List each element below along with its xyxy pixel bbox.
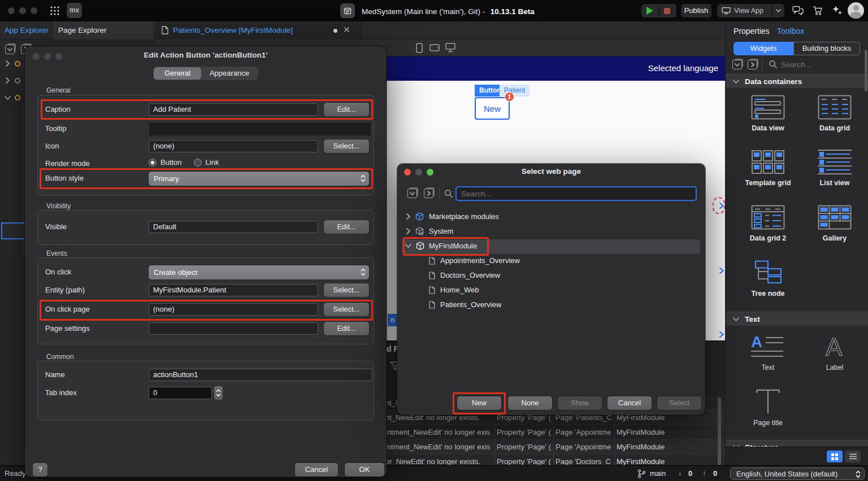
- toolbox-widget-label[interactable]: A Label: [804, 333, 866, 371]
- tree-item[interactable]: [6, 77, 20, 84]
- ai-sparkles-icon[interactable]: [832, 5, 843, 16]
- tablet-view-icon[interactable]: [429, 44, 440, 51]
- button-style-value: Primary: [154, 174, 179, 183]
- toolbox-widget-page-title[interactable]: Page title: [737, 388, 799, 427]
- radio-link[interactable]: [194, 159, 202, 167]
- tab-app-explorer[interactable]: App Explorer: [5, 26, 49, 34]
- tab-index-stepper[interactable]: [214, 386, 223, 400]
- view-app-dropdown[interactable]: [772, 4, 784, 18]
- cancel-button[interactable]: Cancel: [607, 396, 652, 410]
- toolbox-widget-text[interactable]: A Text: [737, 333, 799, 371]
- section-header-data-containers[interactable]: Data containers: [726, 74, 868, 89]
- view-app-button[interactable]: View App: [717, 4, 771, 18]
- mx-app-icon[interactable]: mx: [67, 3, 82, 18]
- tree-selection-highlight[interactable]: [1, 222, 27, 239]
- button-style-select[interactable]: Primary: [149, 172, 369, 186]
- tooltip-input[interactable]: [149, 122, 371, 136]
- page-settings-edit-button[interactable]: Edit...: [324, 322, 369, 335]
- tree-item[interactable]: [5, 95, 20, 100]
- new-button[interactable]: New: [457, 396, 501, 410]
- incoming-count[interactable]: 0: [688, 469, 692, 478]
- document-tab[interactable]: Patients_Overview [MyFirstModule]: [156, 21, 362, 40]
- tree-item-appointments-overview[interactable]: Appointments_Overview: [429, 256, 520, 265]
- help-button[interactable]: ?: [33, 463, 47, 476]
- toolbox-widget-tree-node[interactable]: Tree node: [737, 260, 799, 298]
- tab-toolbox[interactable]: Toolbox: [777, 27, 804, 36]
- branch-name[interactable]: main: [650, 469, 666, 478]
- tree-item[interactable]: [6, 60, 20, 67]
- tab-index-input[interactable]: 0: [149, 387, 212, 399]
- caption-input[interactable]: Add Patient: [149, 103, 318, 116]
- error-message: intment_NewEdit' no longer exis: [385, 440, 492, 454]
- row-chevron-icon[interactable]: [719, 331, 724, 338]
- toolbox-widget-data-grid-2[interactable]: Data grid 2: [737, 205, 799, 242]
- errors-scrollbar[interactable]: [718, 397, 721, 465]
- outgoing-count[interactable]: 0: [713, 469, 717, 478]
- none-button[interactable]: None: [508, 396, 552, 410]
- cancel-button[interactable]: Cancel: [295, 463, 338, 476]
- expand-all-icon[interactable]: [748, 60, 757, 69]
- tree-item-myfirstmodule-selected[interactable]: MyFirstModule: [402, 239, 700, 254]
- row-chevron-icon[interactable]: [719, 267, 724, 274]
- page-search-input[interactable]: [455, 186, 697, 201]
- section-header-text[interactable]: Text: [726, 312, 868, 326]
- toolbox-widget-list-view[interactable]: List view: [804, 150, 866, 187]
- caption-edit-button[interactable]: Edit...: [324, 103, 369, 116]
- toolbox-widget-data-grid[interactable]: Data grid: [804, 95, 866, 132]
- collapse-all-icon[interactable]: [5, 45, 15, 54]
- visible-edit-button[interactable]: Edit...: [324, 220, 369, 234]
- page-settings-input[interactable]: [149, 322, 318, 335]
- phone-view-icon[interactable]: [416, 43, 423, 53]
- toolbox-search-input[interactable]: [781, 58, 854, 71]
- visible-input[interactable]: Default: [149, 221, 318, 233]
- ok-button[interactable]: OK: [345, 463, 384, 476]
- selected-button-widget[interactable]: New: [475, 97, 510, 120]
- show-button[interactable]: Show: [558, 396, 602, 410]
- language-select[interactable]: English, United States (default): [730, 467, 865, 480]
- on-click-page-select-button[interactable]: Select...: [324, 303, 369, 316]
- window-close-button[interactable]: [8, 7, 15, 14]
- grid-view-button[interactable]: [827, 451, 843, 462]
- row-chevron-icon[interactable]: [719, 202, 724, 209]
- tree-item-system[interactable]: System: [406, 227, 453, 235]
- segment-building-blocks[interactable]: Building blocks: [793, 42, 860, 55]
- entity-select-button[interactable]: Select...: [324, 283, 369, 297]
- on-click-page-input[interactable]: (none): [149, 303, 318, 316]
- panel-scrollbar[interactable]: [865, 50, 867, 91]
- marketplace-cart-icon[interactable]: [813, 6, 823, 16]
- tree-item-home-web[interactable]: Home_Web: [429, 286, 479, 294]
- tree-item-marketplace-modules[interactable]: Marketplace modules: [406, 212, 499, 221]
- tree-item-patients-overview[interactable]: Patients_Overview: [429, 300, 501, 309]
- run-button[interactable]: [646, 7, 653, 15]
- radio-button-selected[interactable]: [149, 159, 157, 167]
- branch-icon: [637, 469, 646, 478]
- toolbox-widget-template-grid[interactable]: Template grid: [737, 150, 799, 187]
- select-button[interactable]: Select: [657, 396, 701, 410]
- tree-item-doctors-overview[interactable]: Doctors_Overview: [429, 271, 500, 279]
- stop-button[interactable]: [664, 8, 670, 14]
- window-zoom-button[interactable]: [31, 7, 37, 14]
- collapse-all-icon[interactable]: [732, 60, 742, 69]
- avatar[interactable]: [848, 2, 864, 19]
- feedback-icon[interactable]: [792, 6, 804, 16]
- on-click-select[interactable]: Create object: [149, 265, 369, 279]
- tab-properties[interactable]: Properties: [734, 27, 770, 36]
- toolbox-widget-gallery[interactable]: Gallery: [804, 205, 866, 242]
- list-view-button[interactable]: [845, 451, 861, 462]
- toolbox-widget-data-view[interactable]: Data view: [737, 95, 799, 132]
- icon-select-button[interactable]: Select...: [324, 139, 369, 153]
- name-input[interactable]: actionButton1: [149, 369, 372, 381]
- window-minimize-button[interactable]: [19, 7, 26, 14]
- app-grid-icon[interactable]: [50, 6, 60, 16]
- tab-page-explorer[interactable]: Page Explorer: [52, 21, 154, 40]
- icon-input[interactable]: (none): [149, 140, 318, 152]
- expand-all-icon[interactable]: [424, 189, 433, 198]
- segment-widgets[interactable]: Widgets: [734, 42, 793, 55]
- close-icon[interactable]: [344, 27, 350, 33]
- tab-general[interactable]: General: [154, 67, 201, 80]
- publish-button[interactable]: Publish: [681, 4, 711, 18]
- desktop-view-icon[interactable]: [445, 43, 455, 53]
- tab-appearance[interactable]: Appearance: [201, 67, 258, 80]
- entity-path-input[interactable]: MyFirstModule.Patient: [149, 284, 318, 296]
- collapse-all-icon[interactable]: [407, 189, 417, 198]
